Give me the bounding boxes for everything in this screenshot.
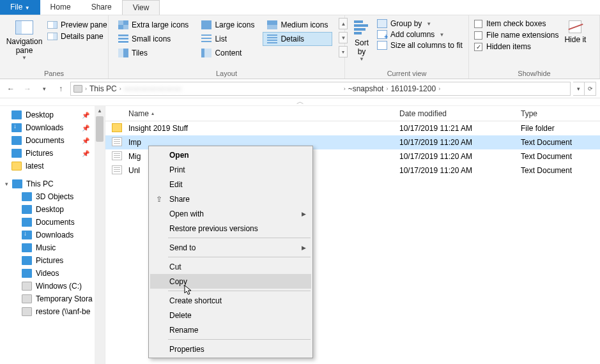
tab-file[interactable]: File ▼ [0, 0, 40, 15]
tab-share[interactable]: Share [81, 0, 122, 15]
layout-small-icons[interactable]: Small icons [114, 32, 193, 46]
details-pane-icon [47, 33, 58, 40]
scroll-up-icon[interactable]: ▲ [96, 106, 104, 115]
list-icon [201, 34, 212, 43]
column-icon[interactable] [105, 106, 122, 121]
checkbox-icon [474, 20, 482, 28]
ctx-open-with[interactable]: Open with▶ [150, 206, 311, 221]
ctx-edit[interactable]: Edit [150, 177, 311, 192]
navigation-pane-button[interactable]: Navigation pane ▼ [5, 18, 43, 63]
column-name[interactable]: Name▴ [122, 106, 393, 121]
pin-icon: 📌 [82, 112, 89, 119]
add-columns-icon [377, 30, 387, 39]
drive-icon [22, 294, 32, 303]
file-row[interactable]: Insight 2019 Stuff 10/17/2019 11:21 AM F… [105, 121, 600, 135]
sort-asc-icon: ▴ [151, 110, 154, 116]
item-check-boxes-toggle[interactable]: Item check boxes [474, 19, 558, 28]
breadcrumb-timestamp[interactable]: 161019-1200 [390, 84, 436, 93]
tree-pictures[interactable]: Pictures📌 [0, 147, 105, 160]
file-type: File folder [514, 124, 597, 133]
tab-home[interactable]: Home [40, 0, 81, 15]
tree-windows-c[interactable]: Windows (C:) [0, 280, 105, 292]
tree-documents[interactable]: Documents📌 [0, 134, 105, 147]
group-by-button[interactable]: Group by▼ [377, 19, 463, 28]
breadcrumb-obscured[interactable]: ——————— [124, 84, 341, 93]
ctx-share[interactable]: ⇪Share [150, 192, 311, 206]
tree-desktop-2[interactable]: Desktop [0, 203, 105, 216]
navigation-tree: Desktop📌 Downloads📌 Documents📌 Pictures📌… [0, 106, 105, 364]
forward-button[interactable]: → [20, 82, 35, 96]
layout-large-icons[interactable]: Large icons [197, 18, 259, 32]
ctx-restore-versions[interactable]: Restore previous versions [150, 221, 311, 236]
tree-downloads-2[interactable]: Downloads [0, 229, 105, 241]
tree-latest[interactable]: latest [0, 160, 105, 172]
tree-this-pc[interactable]: ▾This PC [0, 178, 105, 190]
downloads-icon [12, 123, 22, 132]
tree-temporary-storage[interactable]: Temporary Stora [0, 292, 105, 305]
pin-icon: 📌 [82, 125, 89, 132]
breadcrumb-snapshot[interactable]: ~snapshot [348, 84, 384, 93]
scroll-thumb[interactable] [96, 116, 104, 142]
address-dropdown-button[interactable]: ▾ [573, 82, 585, 96]
sort-by-button[interactable]: Sort by ▼ [350, 18, 373, 64]
back-button[interactable]: ← [4, 82, 18, 96]
details-pane-toggle[interactable]: Details pane [47, 32, 107, 41]
hidden-items-toggle[interactable]: ✓Hidden items [474, 42, 558, 51]
expand-icon[interactable]: ▾ [5, 181, 8, 187]
size-columns-fit-button[interactable]: Size all columns to fit [377, 41, 463, 50]
group-label-panes: Panes [5, 68, 103, 77]
ctx-send-to[interactable]: Send to▶ [150, 240, 311, 255]
layout-content[interactable]: Content [197, 46, 259, 60]
layout-list[interactable]: List [197, 32, 259, 46]
add-columns-button[interactable]: Add columns▼ [377, 30, 463, 39]
ctx-cut[interactable]: Cut [150, 259, 311, 274]
ctx-separator [168, 257, 311, 257]
tree-music[interactable]: Music [0, 241, 105, 254]
tree-videos[interactable]: Videos [0, 267, 105, 280]
ctx-open[interactable]: Open [150, 148, 311, 162]
checkbox-checked-icon: ✓ [474, 43, 482, 51]
context-menu: Open Print Edit ⇪Share Open with▶ Restor… [148, 146, 313, 358]
tree-scrollbar[interactable]: ▲ [95, 106, 105, 364]
tree-downloads[interactable]: Downloads📌 [0, 121, 105, 134]
ctx-copy[interactable]: Copy [150, 274, 311, 289]
tree-restore-network[interactable]: restore (\\anf-be [0, 305, 105, 318]
drive-icon [73, 85, 82, 93]
layout-extra-large-icons[interactable]: Extra large icons [114, 18, 193, 32]
hide-selected-items-button[interactable]: Hide it [562, 18, 588, 47]
recent-locations-button[interactable]: ▾ [37, 82, 51, 96]
submenu-arrow-icon: ▶ [302, 245, 306, 251]
chevron-down-icon: ▼ [426, 21, 431, 27]
layout-details[interactable]: Details [263, 32, 332, 46]
downloads-icon [22, 231, 32, 239]
ctx-rename[interactable]: Rename [150, 322, 311, 337]
tree-pictures-2[interactable]: Pictures [0, 254, 105, 267]
tab-view[interactable]: View [122, 0, 160, 15]
column-type[interactable]: Type [514, 106, 597, 121]
column-date-modified[interactable]: Date modified [393, 106, 514, 121]
refresh-button[interactable]: ⟳ [585, 82, 596, 96]
ctx-print[interactable]: Print [150, 162, 311, 177]
network-drive-icon [22, 307, 32, 316]
chevron-right-icon: › [84, 86, 88, 92]
tree-documents-2[interactable]: Documents [0, 216, 105, 229]
content-icon [201, 49, 212, 57]
address-bar[interactable]: › This PC › ——————— › ~snapshot › 161019… [70, 82, 571, 96]
this-pc-icon [12, 179, 22, 188]
tree-3d-objects[interactable]: 3D Objects [0, 190, 105, 203]
group-label-show-hide: Show/hide [474, 68, 594, 77]
tree-desktop[interactable]: Desktop📌 [0, 109, 105, 121]
preview-pane-toggle[interactable]: Preview pane [47, 20, 107, 29]
ctx-properties[interactable]: Properties [150, 342, 311, 356]
breadcrumb-this-pc[interactable]: This PC [89, 84, 117, 93]
file-name-extensions-toggle[interactable]: File name extensions [474, 31, 558, 40]
music-icon [22, 243, 32, 252]
layout-medium-icons[interactable]: Medium icons [263, 18, 332, 32]
layout-tiles[interactable]: Tiles [114, 46, 193, 60]
up-button[interactable]: ↑ [54, 82, 68, 96]
ctx-delete[interactable]: Delete [150, 308, 311, 322]
pictures-icon [22, 256, 32, 265]
ctx-create-shortcut[interactable]: Create shortcut [150, 293, 311, 308]
ctx-separator [168, 291, 311, 291]
chevron-right-icon: › [385, 86, 389, 92]
